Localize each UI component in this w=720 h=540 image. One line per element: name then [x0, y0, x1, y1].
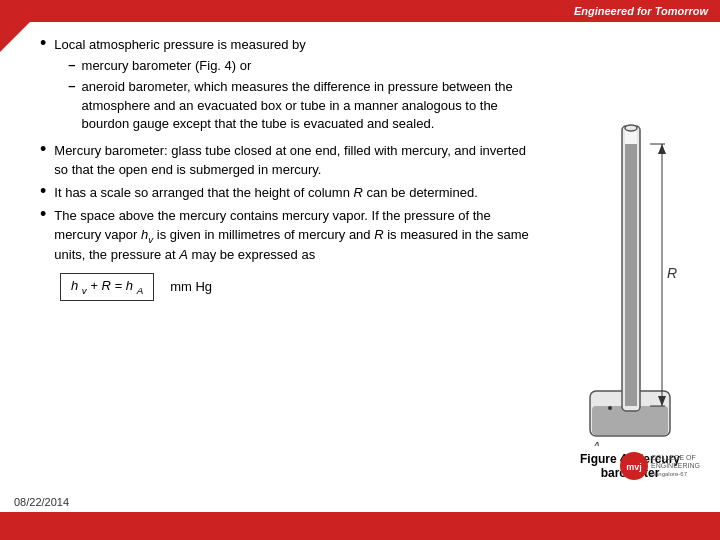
formula-units: mm Hg	[170, 279, 212, 294]
bullet-dot-3: •	[40, 182, 46, 200]
bullet-text-2: Mercury barometer: glass tube closed at …	[54, 142, 531, 180]
dash-text-2: aneroid barometer, which measures the di…	[82, 78, 531, 135]
bullet-section: • Local atmospheric pressure is measured…	[40, 36, 531, 265]
logo-circle: mvj	[620, 452, 648, 480]
bottom-bar	[0, 512, 720, 540]
dash-2: –	[68, 78, 75, 93]
bullet-item-2: • Mercury barometer: glass tube closed a…	[40, 142, 531, 180]
logo-line2: ENGINEERING	[651, 462, 700, 470]
svg-marker-9	[658, 144, 666, 154]
svg-rect-3	[625, 144, 637, 406]
logo-line3: Bangalore-67	[651, 471, 700, 478]
date-text: 08/22/2014	[14, 496, 69, 508]
dash-item-2: – aneroid barometer, which measures the …	[68, 78, 531, 135]
top-bar-title: Engineered for Tomorrow	[574, 5, 708, 17]
logo-line1: COLLEGE OF	[651, 454, 700, 462]
svg-point-5	[625, 125, 637, 131]
bullet-dot-4: •	[40, 205, 46, 223]
bullet-content-2: Mercury barometer: glass tube closed at …	[54, 142, 531, 180]
bullet-text-4: The space above the mercury contains mer…	[54, 207, 531, 265]
logo-text-block: COLLEGE OF ENGINEERING Bangalore-67	[651, 454, 700, 478]
formula-section: h v + R = h A mm Hg	[60, 273, 531, 301]
dash-item-1: – mercury barometer (Fig. 4) or	[68, 57, 531, 76]
bullet-item-4: • The space above the mercury contains m…	[40, 207, 531, 265]
logo-area: mvj COLLEGE OF ENGINEERING Bangalore-67	[620, 482, 710, 510]
formula-text: h v + R = h A	[71, 278, 143, 293]
bullet-item-1: • Local atmospheric pressure is measured…	[40, 36, 531, 136]
figure-area: R A Figure 4. Mercury barometer	[550, 22, 710, 480]
bullet-dot-2: •	[40, 140, 46, 158]
bullet-dot-1: •	[40, 34, 46, 52]
barometer-diagram: R A	[570, 22, 690, 446]
svg-text:R: R	[667, 265, 677, 281]
barometer-svg: R A	[570, 106, 690, 446]
bullet-content-3: It has a scale so arranged that the heig…	[54, 184, 531, 203]
dash-1: –	[68, 57, 75, 72]
bullet-content-4: The space above the mercury contains mer…	[54, 207, 531, 265]
bullet-text-3: It has a scale so arranged that the heig…	[54, 184, 531, 203]
top-bar: Engineered for Tomorrow	[0, 0, 720, 22]
svg-text:A: A	[591, 439, 601, 446]
svg-point-13	[608, 406, 612, 410]
svg-text:mvj: mvj	[626, 462, 642, 472]
bullet-item-3: • It has a scale so arranged that the he…	[40, 184, 531, 203]
main-content: • Local atmospheric pressure is measured…	[0, 22, 545, 540]
bullet-content-1: Local atmospheric pressure is measured b…	[54, 36, 531, 136]
bullet-text-1: Local atmospheric pressure is measured b…	[54, 36, 531, 55]
mvj-logo-svg: mvj	[622, 454, 646, 478]
dash-text-1: mercury barometer (Fig. 4) or	[82, 57, 252, 76]
formula-box: h v + R = h A	[60, 273, 154, 301]
dash-list: – mercury barometer (Fig. 4) or – aneroi…	[68, 57, 531, 134]
